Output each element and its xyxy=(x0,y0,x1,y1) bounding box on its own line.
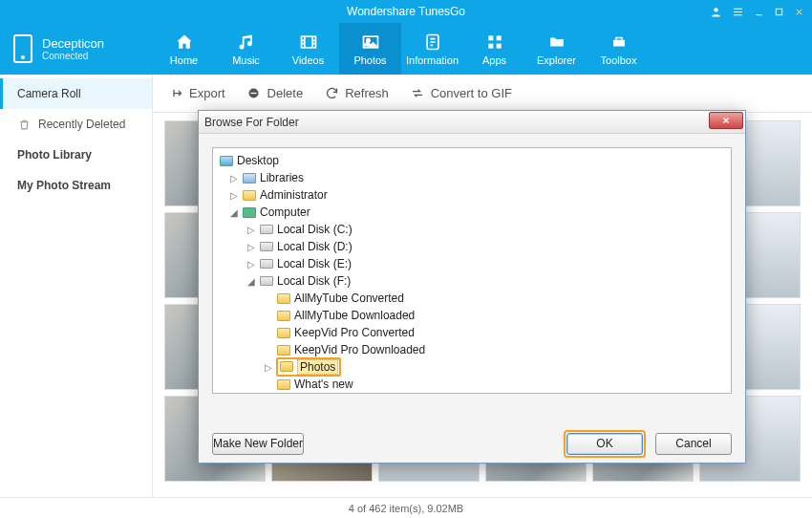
delete-icon xyxy=(246,86,262,101)
tree-label: Local Disk (F:) xyxy=(277,274,351,288)
svg-rect-7 xyxy=(496,35,501,40)
maximize-icon[interactable] xyxy=(774,7,784,17)
export-icon xyxy=(168,86,183,101)
nav-music[interactable]: Music xyxy=(215,23,277,75)
expand-icon[interactable]: ▷ xyxy=(228,173,239,183)
tree-label: Libraries xyxy=(260,171,304,184)
tree-label: AllMyTube Converted xyxy=(294,291,404,305)
sidebar-item-recently-deleted[interactable]: Recently Deleted xyxy=(0,109,152,140)
dialog-body: Desktop ▷ Libraries ▷ Administrator ◢ Co… xyxy=(199,134,745,424)
device-pane[interactable]: Decepticon Connected xyxy=(0,23,153,75)
phone-icon xyxy=(13,34,32,63)
tree-node-drive-f[interactable]: ◢ Local Disk (F:) xyxy=(213,272,731,290)
tree-node-computer[interactable]: ◢ Computer xyxy=(213,204,731,221)
expand-icon[interactable]: ▷ xyxy=(246,225,256,235)
nav-toolbox[interactable]: Toolbox xyxy=(588,23,650,75)
sidebar-item-my-photo-stream[interactable]: My Photo Stream xyxy=(0,170,152,201)
folder-icon xyxy=(276,326,291,339)
collapse-icon[interactable]: ◢ xyxy=(228,207,239,218)
menu-icon[interactable] xyxy=(732,6,744,18)
tree-node-folder[interactable]: KeepVid Pro Downloaded xyxy=(213,341,731,358)
sidebar-item-photo-library[interactable]: Photo Library xyxy=(0,140,152,170)
sidebar-item-label: Recently Deleted xyxy=(38,118,125,131)
folder-icon xyxy=(276,309,291,322)
refresh-button[interactable]: Refresh xyxy=(324,86,389,101)
convert-icon xyxy=(410,86,425,101)
nav-label: Information xyxy=(406,54,459,66)
toolbar: Export Delete Refresh Convert to GIF xyxy=(153,75,812,113)
expand-icon[interactable]: ▷ xyxy=(228,190,239,201)
svg-rect-6 xyxy=(488,35,493,40)
tree-node-drive-d[interactable]: ▷ Local Disk (D:) xyxy=(213,238,731,255)
drive-icon xyxy=(259,223,274,236)
folder-icon xyxy=(279,360,294,374)
cancel-button[interactable]: Cancel xyxy=(655,433,732,455)
folder-icon xyxy=(276,291,291,305)
information-icon xyxy=(421,32,444,52)
expand-icon[interactable]: ▷ xyxy=(246,259,256,270)
sidebar-item-camera-roll[interactable]: Camera Roll xyxy=(0,78,152,109)
desktop-icon xyxy=(219,154,234,167)
sidebar-item-label: Camera Roll xyxy=(17,87,81,100)
ok-button[interactable]: OK xyxy=(566,433,643,455)
tree-node-photos-selected[interactable]: ▷ Photos xyxy=(213,358,731,376)
close-icon[interactable] xyxy=(794,7,804,17)
toolbox-icon xyxy=(608,32,630,52)
nav-home[interactable]: Home xyxy=(153,23,215,75)
tree-label: Local Disk (C:) xyxy=(277,223,353,236)
nav-apps[interactable]: Apps xyxy=(463,23,525,75)
nav-videos[interactable]: Videos xyxy=(277,23,339,75)
drive-icon xyxy=(259,257,274,270)
nav-explorer[interactable]: Explorer xyxy=(525,23,588,75)
tree-label: Local Disk (E:) xyxy=(277,257,352,270)
music-icon xyxy=(235,32,258,52)
tree-label: Desktop xyxy=(237,154,279,167)
window-controls xyxy=(710,0,804,23)
export-button[interactable]: Export xyxy=(168,86,225,101)
nav-label: Toolbox xyxy=(601,54,637,66)
drive-icon xyxy=(259,274,274,288)
tree-node-drive-e[interactable]: ▷ Local Disk (E:) xyxy=(213,255,731,272)
folder-icon xyxy=(276,343,291,356)
drive-icon xyxy=(259,240,274,253)
nav-photos[interactable]: Photos xyxy=(339,23,401,75)
tree-node-drive-c[interactable]: ▷ Local Disk (C:) xyxy=(213,221,731,238)
tree-node-folder[interactable]: AllMyTube Downloaded xyxy=(213,307,731,324)
nav-information[interactable]: Information xyxy=(401,23,463,75)
nav-label: Explorer xyxy=(537,54,576,66)
tool-label: Export xyxy=(189,86,225,100)
dialog-titlebar[interactable]: Browse For Folder xyxy=(199,111,745,134)
ok-highlight: OK xyxy=(564,430,646,458)
tree-node-folder[interactable]: AllMyTube Converted xyxy=(213,290,731,307)
delete-button[interactable]: Delete xyxy=(246,86,304,101)
make-new-folder-button[interactable]: Make New Folder xyxy=(212,433,304,455)
folder-tree[interactable]: Desktop ▷ Libraries ▷ Administrator ◢ Co… xyxy=(212,147,732,394)
sidebar-item-label: My Photo Stream xyxy=(17,179,111,192)
dialog-close-button[interactable] xyxy=(709,112,743,129)
expand-icon[interactable]: ▷ xyxy=(246,242,256,252)
minimize-icon[interactable] xyxy=(754,7,764,17)
collapse-icon[interactable]: ◢ xyxy=(246,276,256,287)
svg-rect-8 xyxy=(488,43,493,48)
home-icon xyxy=(173,32,196,52)
expand-icon[interactable]: ▷ xyxy=(263,362,273,373)
libraries-icon xyxy=(242,171,257,184)
nav-label: Videos xyxy=(292,54,324,66)
tree-node-folder[interactable]: What's new xyxy=(213,376,731,393)
main-nav: Home Music Videos Photos Information App… xyxy=(153,23,812,75)
svg-rect-1 xyxy=(776,9,781,14)
tree-label: Computer xyxy=(260,205,310,219)
tree-node-libraries[interactable]: ▷ Libraries xyxy=(213,169,731,186)
videos-icon xyxy=(297,32,320,52)
convert-gif-button[interactable]: Convert to GIF xyxy=(410,86,512,101)
tree-node-administrator[interactable]: ▷ Administrator xyxy=(213,186,731,204)
sidebar: Camera Roll Recently Deleted Photo Libra… xyxy=(0,75,153,497)
app-title: Wondershare TunesGo xyxy=(347,5,465,18)
browse-folder-dialog: Browse For Folder Desktop ▷ Libraries ▷ … xyxy=(198,110,746,464)
tree-node-folder[interactable]: KeepVid Pro Converted xyxy=(213,324,731,341)
user-icon[interactable] xyxy=(710,6,722,18)
tree-node-desktop[interactable]: Desktop xyxy=(213,152,731,169)
computer-icon xyxy=(242,205,257,219)
dialog-title: Browse For Folder xyxy=(204,116,299,129)
nav-label: Home xyxy=(170,54,198,66)
